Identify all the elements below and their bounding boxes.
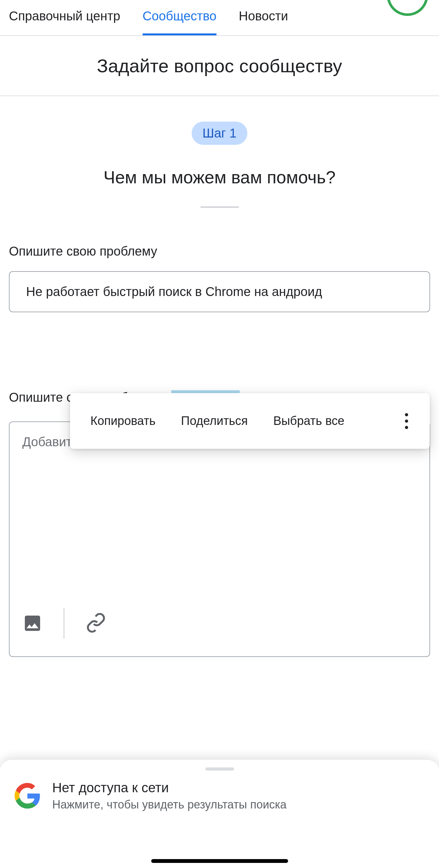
google-g-icon	[14, 782, 41, 809]
context-menu-share[interactable]: Поделиться	[181, 414, 248, 428]
context-menu-more-icon[interactable]	[399, 413, 414, 429]
problem-description-box[interactable]: Добавить описание	[9, 422, 430, 657]
text-selection-context-menu: Копировать Поделиться Выбрать все	[70, 393, 430, 449]
label-describe-problem: Опишите свою проблему	[9, 243, 430, 260]
description-placeholder: Добавить описание	[9, 422, 430, 608]
sheet-subtitle: Нажмите, чтобы увидеть результаты поиска	[52, 798, 286, 811]
sheet-grabber[interactable]	[205, 767, 234, 771]
step-chip: Шаг 1	[192, 122, 247, 145]
context-menu-select-all[interactable]: Выбрать все	[273, 414, 344, 428]
editor-toolbar	[9, 608, 430, 656]
divider	[0, 95, 439, 96]
tab-community[interactable]: Сообщество	[143, 9, 217, 35]
google-search-sheet[interactable]: Нет доступа к сети Нажмите, чтобы увидет…	[0, 760, 439, 868]
toolbar-divider	[64, 608, 64, 639]
page-title: Задайте вопрос сообществу	[0, 36, 439, 95]
link-icon[interactable]	[85, 613, 106, 633]
android-nav-pill[interactable]	[151, 859, 288, 863]
image-icon[interactable]	[22, 613, 43, 633]
subtitle-rule	[200, 207, 239, 208]
tab-help-center[interactable]: Справочный центр	[9, 9, 120, 35]
context-menu-copy[interactable]: Копировать	[90, 414, 156, 428]
sheet-title: Нет доступа к сети	[52, 780, 286, 796]
step-subtitle: Чем мы можем вам помочь?	[0, 167, 439, 187]
tabs: Справочный центр Сообщество Новости	[0, 0, 439, 35]
problem-title-input[interactable]: Не работает быстрый поиск в Chrome на ан…	[9, 271, 430, 312]
tab-news[interactable]: Новости	[239, 9, 288, 35]
